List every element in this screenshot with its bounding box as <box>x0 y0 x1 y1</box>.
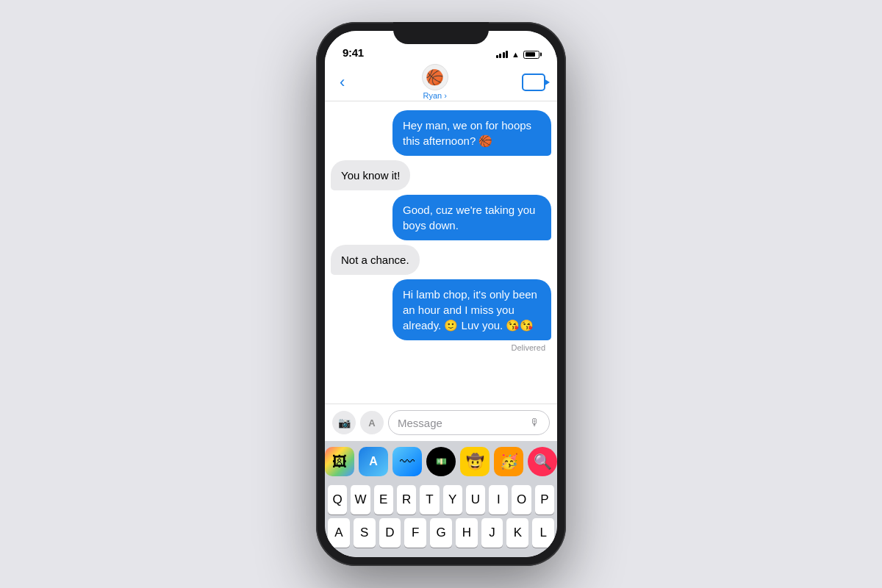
input-area: 📷 A Message 🎙 <box>325 404 557 441</box>
key-s[interactable]: S <box>354 518 376 548</box>
key-t[interactable]: T <box>420 485 439 514</box>
message-row-3: Good, cuz we're taking you boys down. <box>331 195 551 240</box>
bubble-received-2: Not a chance. <box>331 245 420 275</box>
tray-photos-button[interactable]: 🖼 <box>325 447 354 476</box>
message-row-2: You know it! <box>331 160 551 190</box>
bubble-sent-2: Good, cuz we're taking you boys down. <box>392 195 551 240</box>
video-call-button[interactable] <box>522 74 545 91</box>
phone-screen: 9:41 ▲ ‹ 🏀 Ryan › <box>325 31 557 557</box>
key-d[interactable]: D <box>379 518 401 548</box>
contact-header[interactable]: 🏀 Ryan › <box>422 64 448 100</box>
key-l[interactable]: L <box>532 518 554 548</box>
tray-cash-button[interactable]: 💵 <box>426 447 456 476</box>
message-row-1: Hey man, we on for hoops this afternoon?… <box>331 110 551 156</box>
tray-memoji1-button[interactable]: 🤠 <box>460 447 490 476</box>
keyboard: Q W E R T Y U I O P A S D F G H J K L <box>325 481 557 557</box>
key-r[interactable]: R <box>397 485 416 514</box>
wifi-icon: ▲ <box>512 50 520 59</box>
message-input-field[interactable]: Message 🎙 <box>388 410 550 435</box>
notch <box>393 22 489 44</box>
battery-icon <box>523 51 539 59</box>
key-h[interactable]: H <box>456 518 478 548</box>
key-o[interactable]: O <box>512 485 531 514</box>
signal-bar-3 <box>503 52 505 58</box>
signal-bar-2 <box>499 54 501 58</box>
mic-icon: 🎙 <box>530 417 540 429</box>
camera-button[interactable]: 📷 <box>332 411 356 434</box>
message-row-5: Hi lamb chop, it's only been an hour and… <box>331 279 551 340</box>
key-a[interactable]: A <box>328 518 350 548</box>
key-k[interactable]: K <box>506 518 528 548</box>
appstore-button[interactable]: A <box>360 411 384 434</box>
delivered-status: Delivered <box>331 343 551 352</box>
key-y[interactable]: Y <box>443 485 462 514</box>
bubble-sent-1: Hey man, we on for hoops this afternoon?… <box>392 110 551 156</box>
signal-bars-icon <box>496 51 509 58</box>
status-icons: ▲ <box>496 50 539 59</box>
contact-avatar: 🏀 <box>422 64 448 90</box>
keyboard-row-1: Q W E R T Y U I O P <box>328 485 554 514</box>
signal-bar-4 <box>506 51 508 58</box>
signal-bar-1 <box>496 55 498 58</box>
tray-search-button[interactable]: 🔍 <box>528 447 557 476</box>
tray-audio-button[interactable]: 〰 <box>392 447 422 476</box>
app-tray: 🖼 A 〰 💵 🤠 🥳 🔍 <box>325 441 557 481</box>
tray-appstore-button[interactable]: A <box>359 447 388 476</box>
key-j[interactable]: J <box>481 518 503 548</box>
key-i[interactable]: I <box>489 485 508 514</box>
battery-fill <box>526 52 536 57</box>
status-time: 9:41 <box>343 46 364 59</box>
key-p[interactable]: P <box>535 485 554 514</box>
tray-memoji2-button[interactable]: 🥳 <box>494 447 523 476</box>
contact-name: Ryan › <box>423 91 446 100</box>
bubble-received-1: You know it! <box>331 160 410 190</box>
key-u[interactable]: U <box>466 485 485 514</box>
keyboard-row-2: A S D F G H J K L <box>328 518 554 548</box>
key-g[interactable]: G <box>430 518 452 548</box>
key-q[interactable]: Q <box>328 485 347 514</box>
key-w[interactable]: W <box>351 485 370 514</box>
message-row-4: Not a chance. <box>331 245 551 275</box>
messages-area: Hey man, we on for hoops this afternoon?… <box>325 101 557 404</box>
back-button[interactable]: ‹ <box>337 70 348 95</box>
key-f[interactable]: F <box>404 518 426 548</box>
phone-frame: 9:41 ▲ ‹ 🏀 Ryan › <box>316 22 566 566</box>
key-e[interactable]: E <box>374 485 393 514</box>
bubble-sent-3: Hi lamb chop, it's only been an hour and… <box>392 279 551 340</box>
message-placeholder: Message <box>398 417 526 429</box>
nav-bar: ‹ 🏀 Ryan › <box>325 63 557 101</box>
